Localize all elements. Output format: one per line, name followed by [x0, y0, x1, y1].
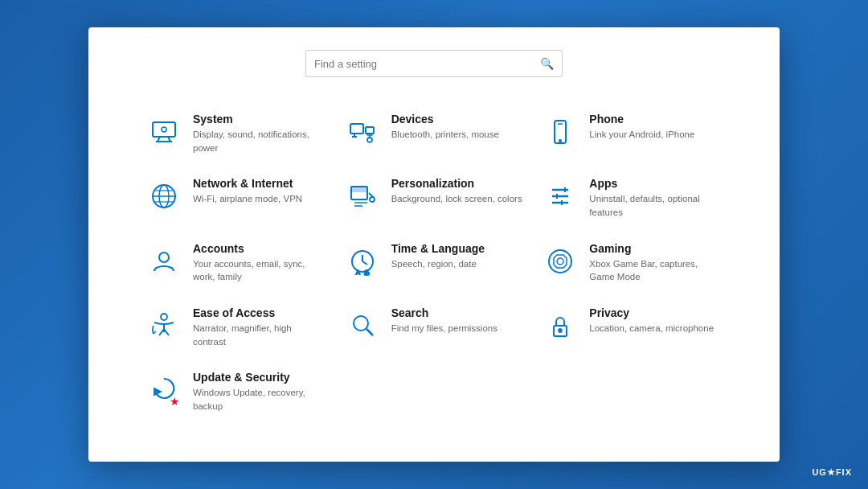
gaming-desc: Xbox Game Bar, captures, Game Mode — [589, 257, 722, 284]
svg-rect-0 — [153, 122, 175, 137]
setting-item-update[interactable]: ★ Update & Security Windows Update, reco… — [137, 360, 335, 424]
personalization-icon — [345, 179, 380, 214]
system-text: System Display, sound, notifications, po… — [193, 113, 326, 154]
privacy-title: Privacy — [589, 306, 722, 319]
apps-title: Apps — [589, 177, 722, 190]
search-bar[interactable]: 🔍 — [305, 50, 563, 77]
devices-title: Devices — [391, 113, 524, 125]
network-text: Network & Internet Wi-Fi, airplane mode,… — [193, 177, 326, 206]
settings-window: 🔍 System Display, sound, notifications, — [88, 27, 780, 462]
search-input[interactable] — [314, 58, 537, 70]
setting-item-search[interactable]: Search Find my files, permissions — [335, 295, 534, 360]
svg-text:A: A — [356, 269, 360, 275]
update-icon: ★ — [146, 372, 182, 408]
time-title: Time & Language — [391, 242, 524, 255]
setting-item-time[interactable]: A あ Time & Language Speech, region, date — [335, 231, 534, 295]
ease-icon — [146, 308, 182, 343]
svg-point-38 — [549, 250, 571, 273]
setting-item-apps[interactable]: Apps Uninstall, defaults, optional featu… — [533, 166, 731, 230]
svg-line-46 — [366, 329, 373, 335]
privacy-icon — [542, 308, 578, 343]
search-title: Search — [391, 306, 524, 319]
setting-item-accounts[interactable]: Accounts Your accounts, email, sync, wor… — [137, 231, 335, 295]
svg-line-35 — [362, 261, 367, 265]
svg-rect-6 — [366, 127, 374, 134]
devices-desc: Bluetooth, printers, mouse — [391, 128, 524, 142]
settings-grid: System Display, sound, notifications, po… — [137, 101, 731, 425]
system-desc: Display, sound, notifications, power — [193, 128, 326, 154]
time-text: Time & Language Speech, region, date — [391, 242, 524, 271]
ease-text: Ease of Access Narrator, magnifier, high… — [193, 306, 326, 348]
personalization-title: Personalization — [391, 177, 524, 190]
accounts-title: Accounts — [193, 242, 326, 255]
ease-desc: Narrator, magnifier, high contrast — [193, 322, 326, 348]
search-setting-icon — [345, 308, 380, 343]
svg-text:あ: あ — [364, 269, 370, 276]
personalization-desc: Background, lock screen, colors — [391, 192, 524, 206]
svg-rect-21 — [351, 187, 367, 191]
svg-point-23 — [370, 197, 375, 202]
time-icon: A あ — [345, 244, 380, 279]
setting-item-devices[interactable]: Devices Bluetooth, printers, mouse — [335, 101, 534, 166]
svg-line-44 — [154, 331, 156, 334]
update-badge: ★ — [170, 395, 180, 408]
gaming-text: Gaming Xbox Game Bar, captures, Game Mod… — [589, 242, 722, 284]
system-icon — [146, 114, 182, 150]
devices-text: Devices Bluetooth, printers, mouse — [391, 113, 524, 142]
accounts-desc: Your accounts, email, sync, work, family — [193, 257, 326, 284]
network-title: Network & Internet — [193, 177, 326, 190]
network-desc: Wi-Fi, airplane mode, VPN — [193, 192, 326, 206]
time-desc: Speech, region, date — [391, 257, 524, 271]
gaming-title: Gaming — [589, 242, 722, 255]
apps-icon — [542, 179, 578, 214]
svg-point-39 — [557, 258, 563, 265]
system-title: System — [193, 113, 326, 125]
accounts-text: Accounts Your accounts, email, sync, wor… — [193, 242, 326, 284]
phone-desc: Link your Android, iPhone — [589, 128, 722, 142]
setting-item-privacy[interactable]: Privacy Location, camera, microphone — [533, 295, 731, 360]
setting-item-ease[interactable]: Ease of Access Narrator, magnifier, high… — [137, 295, 335, 360]
search-icon: 🔍 — [540, 57, 554, 70]
phone-title: Phone — [589, 113, 722, 125]
setting-item-system[interactable]: System Display, sound, notifications, po… — [137, 101, 335, 166]
search-desc: Find my files, permissions — [391, 322, 524, 335]
setting-item-gaming[interactable]: Gaming Xbox Game Bar, captures, Game Mod… — [533, 231, 731, 295]
update-desc: Windows Update, recovery, backup — [193, 386, 326, 413]
personalization-text: Personalization Background, lock screen,… — [391, 177, 524, 206]
svg-point-4 — [162, 127, 166, 132]
apps-desc: Uninstall, defaults, optional features — [589, 192, 722, 219]
search-text: Search Find my files, permissions — [391, 306, 524, 335]
accounts-icon — [146, 244, 182, 279]
svg-point-10 — [367, 138, 372, 142]
svg-point-13 — [559, 140, 561, 142]
update-title: Update & Security — [193, 371, 326, 384]
update-text: Update & Security Windows Update, recove… — [193, 371, 326, 413]
watermark: UG★FIX — [807, 466, 857, 479]
phone-icon — [542, 114, 578, 150]
svg-rect-5 — [350, 124, 363, 134]
gaming-icon — [542, 244, 578, 279]
svg-point-48 — [559, 329, 562, 332]
ease-title: Ease of Access — [193, 306, 326, 319]
privacy-text: Privacy Location, camera, microphone — [589, 306, 722, 335]
phone-text: Phone Link your Android, iPhone — [589, 113, 722, 142]
setting-item-phone[interactable]: Phone Link your Android, iPhone — [533, 101, 731, 166]
svg-marker-49 — [154, 388, 161, 395]
svg-point-32 — [159, 253, 169, 262]
network-icon — [146, 179, 182, 214]
svg-point-45 — [354, 316, 368, 331]
devices-icon — [345, 114, 380, 150]
svg-point-40 — [161, 314, 167, 320]
setting-item-personalization[interactable]: Personalization Background, lock screen,… — [335, 166, 534, 230]
privacy-desc: Location, camera, microphone — [589, 322, 722, 335]
setting-item-network[interactable]: Network & Internet Wi-Fi, airplane mode,… — [137, 166, 335, 230]
desktop-background: 🔍 System Display, sound, notifications, — [0, 0, 868, 489]
apps-text: Apps Uninstall, defaults, optional featu… — [589, 177, 722, 219]
